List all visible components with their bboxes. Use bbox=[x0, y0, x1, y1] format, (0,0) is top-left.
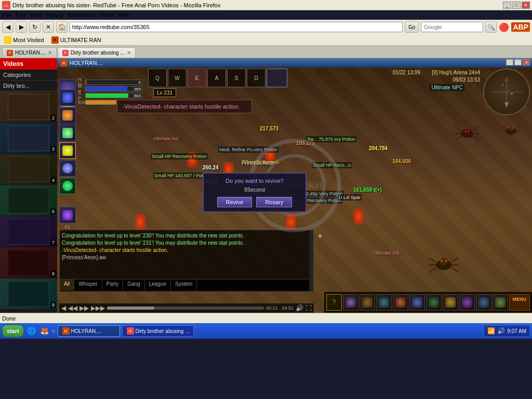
tab-redtube-close[interactable]: ✕ bbox=[127, 50, 131, 56]
skill-panel-5[interactable] bbox=[59, 160, 76, 177]
reload-button[interactable]: ↻ bbox=[29, 21, 41, 33]
enemy-label-1: Ultimate Ant bbox=[153, 136, 179, 141]
action-slot-8[interactable] bbox=[459, 294, 475, 311]
menu-button[interactable]: MENU bbox=[509, 294, 530, 311]
action-slot-9[interactable] bbox=[476, 294, 491, 311]
action-slot-10[interactable] bbox=[493, 294, 508, 311]
action-slot-6[interactable] bbox=[426, 294, 442, 311]
quicklaunch-fx[interactable]: 🦊 bbox=[40, 327, 49, 335]
thumb-img-3 bbox=[8, 156, 49, 182]
skill-slot-q[interactable]: Q bbox=[148, 69, 167, 87]
play-icon[interactable]: ◀ bbox=[61, 304, 66, 312]
play-fwd[interactable]: ▶▶ bbox=[79, 304, 89, 312]
action-slot-help[interactable]: ? bbox=[326, 294, 342, 311]
skill-slot-w[interactable]: W bbox=[168, 69, 187, 87]
sidebar-categories[interactable]: Categories bbox=[0, 70, 57, 81]
thumb-item-2[interactable]: 3 bbox=[0, 123, 57, 154]
menu-history[interactable]: History bbox=[46, 12, 63, 18]
play-back[interactable]: ◀◀ bbox=[68, 304, 77, 312]
svg-line-24 bbox=[451, 258, 458, 262]
tab-holyran[interactable]: R HOLYRAN.... ✕ bbox=[2, 47, 57, 58]
hp-bar-fill bbox=[86, 80, 87, 84]
maximize-button[interactable]: □ bbox=[512, 2, 521, 9]
volume-icon[interactable]: 🔊 bbox=[296, 304, 303, 312]
menu-edit[interactable]: Edit bbox=[16, 12, 25, 18]
back-button[interactable]: ◀ bbox=[2, 21, 14, 33]
thumb-item-3[interactable]: 4 bbox=[0, 154, 57, 185]
thumb-item-7[interactable]: 9 bbox=[0, 278, 57, 310]
thumb-item-1[interactable]: 2 bbox=[0, 91, 57, 123]
tab-redtube[interactable]: R Dirty brother abusing ... ✕ bbox=[58, 47, 136, 58]
minimize-button[interactable]: _ bbox=[503, 2, 511, 9]
tab-holyran-close[interactable]: ✕ bbox=[48, 50, 52, 56]
skill-panel-6[interactable] bbox=[59, 178, 76, 194]
skill-hotbar: Q W E A S D bbox=[148, 69, 287, 87]
sidebar-dirty-bro[interactable]: Dirty bro... bbox=[0, 81, 57, 91]
skill-panel-3[interactable] bbox=[59, 125, 76, 141]
chat-scroll-arrow[interactable]: ▼ bbox=[317, 233, 323, 240]
skill-slot-extra[interactable] bbox=[267, 69, 287, 87]
action-slot-2[interactable] bbox=[360, 294, 375, 311]
skill-slot-a[interactable]: A bbox=[207, 69, 226, 87]
close-button[interactable]: ✕ bbox=[522, 2, 530, 9]
menu-bookmarks[interactable]: Bookmarks bbox=[68, 12, 97, 18]
progress-bar[interactable] bbox=[107, 307, 264, 310]
chat-tab-system[interactable]: System bbox=[171, 280, 197, 290]
menu-tools[interactable]: Tools bbox=[101, 12, 114, 18]
address-bar[interactable] bbox=[70, 22, 403, 32]
taskbar-item-holyran[interactable]: R HOLYRAN.... bbox=[58, 325, 120, 337]
bookmark-most-visited[interactable]: ⭐ Most Visited bbox=[2, 36, 46, 44]
thumb-item-6[interactable]: 8 bbox=[0, 247, 57, 278]
favicon: 🦊 bbox=[2, 1, 10, 9]
action-slot-1[interactable] bbox=[343, 294, 358, 311]
quicklaunch-ie[interactable]: 🌐 bbox=[27, 327, 36, 335]
quicklaunch-arrow[interactable]: » bbox=[52, 327, 56, 335]
bookmark-ultimate-ran-label: ULTIMATE RAN bbox=[60, 37, 101, 43]
tray-volume[interactable]: 🔊 bbox=[497, 327, 505, 335]
action-slot-7[interactable] bbox=[443, 294, 458, 311]
taskbar-item-firefox[interactable]: R Dirty brother abusing ... bbox=[122, 325, 194, 337]
action-slot-3[interactable] bbox=[376, 294, 392, 311]
fire-4 bbox=[286, 214, 296, 230]
chat-tab-all[interactable]: All bbox=[60, 280, 74, 290]
start-button[interactable]: start bbox=[2, 325, 24, 337]
menu-help[interactable]: Help bbox=[118, 12, 130, 18]
game-close[interactable]: ✕ bbox=[523, 59, 530, 65]
fullscreen-icon[interactable]: ⛶ bbox=[305, 304, 312, 312]
skill-panel-7[interactable] bbox=[59, 207, 76, 223]
bookmark-ultimate-ran[interactable]: R ULTIMATE RAN bbox=[49, 36, 103, 44]
menu-file[interactable]: File bbox=[2, 12, 11, 18]
search-button[interactable]: 🔍 bbox=[485, 21, 497, 33]
skill-slot-e[interactable]: E bbox=[188, 69, 206, 87]
thumb-item-5[interactable]: 7 bbox=[0, 216, 57, 247]
go-button[interactable]: Go bbox=[405, 21, 419, 33]
play-fwd2[interactable]: ▶▶▶ bbox=[91, 304, 105, 312]
game-minimize[interactable]: _ bbox=[506, 59, 513, 65]
chat-scrollbar[interactable] bbox=[309, 230, 313, 291]
skill-slot-s[interactable]: S bbox=[227, 69, 246, 87]
action-slot-5[interactable] bbox=[409, 294, 425, 311]
forward-button[interactable]: ▶ bbox=[16, 21, 27, 33]
skill-slot-d[interactable]: D bbox=[247, 69, 265, 87]
rosary-button[interactable]: Rosary bbox=[256, 197, 292, 207]
skill-panel-top[interactable] bbox=[59, 89, 76, 106]
hp-value: 0 bbox=[139, 80, 141, 85]
game-maximize[interactable]: □ bbox=[514, 59, 522, 65]
stop-button[interactable]: ✕ bbox=[43, 21, 54, 33]
npc-label: Ultimate NPC bbox=[430, 84, 464, 91]
action-slot-4[interactable] bbox=[393, 294, 408, 311]
search-bar[interactable] bbox=[421, 22, 483, 32]
chat-tab-league[interactable]: League bbox=[145, 280, 171, 290]
home-button[interactable]: 🏠 bbox=[56, 21, 68, 33]
revive-button[interactable]: Revive bbox=[217, 197, 252, 207]
skill-panel-2[interactable] bbox=[59, 107, 76, 124]
tab-holyran-icon: R bbox=[7, 50, 13, 56]
chat-tab-party[interactable]: Party bbox=[102, 280, 123, 290]
thumb-item-4[interactable]: 6 bbox=[0, 185, 57, 216]
combat-num-3: 204,784 bbox=[369, 145, 388, 151]
skill-panel-4[interactable] bbox=[59, 142, 76, 159]
menu-view[interactable]: View bbox=[30, 12, 42, 18]
thumb-img-4 bbox=[8, 188, 49, 214]
chat-tab-gang[interactable]: Gang bbox=[123, 280, 144, 290]
chat-tab-whisper[interactable]: Whisper bbox=[74, 280, 102, 290]
